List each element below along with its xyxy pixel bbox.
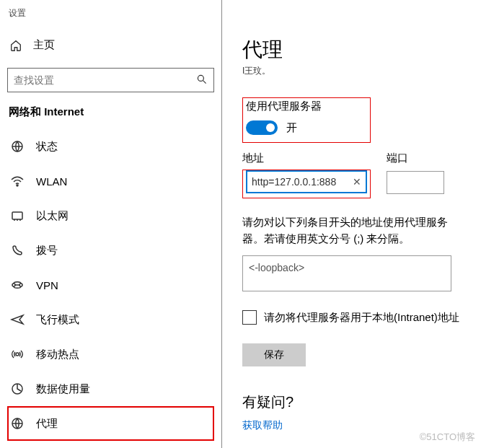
sidebar-item-hotspot[interactable]: 移动热点 [7, 337, 214, 372]
proxy-section-label: 使用代理服务器 [246, 100, 366, 113]
sidebar-item-dialup[interactable]: 拨号 [7, 233, 214, 268]
airplane-icon [10, 312, 25, 327]
proxy-toggle-section: 使用代理服务器 开 [242, 97, 371, 143]
bypass-input[interactable]: <-loopback> [242, 255, 451, 291]
sidebar-item-label: VPN [36, 279, 58, 291]
svg-point-7 [16, 353, 19, 356]
home-icon [9, 39, 23, 52]
home-row[interactable]: 主页 [7, 34, 214, 56]
help-title: 有疑问? [242, 392, 481, 412]
hotspot-icon [10, 347, 25, 361]
sidebar-item-label: 飞行模式 [36, 313, 79, 327]
home-label: 主页 [33, 38, 55, 52]
datausage-icon [10, 382, 25, 396]
address-input[interactable]: http=127.0.0.1:888 ✕ [246, 170, 367, 193]
sidebar-item-label: 拨号 [36, 244, 58, 258]
save-button[interactable]: 保存 [242, 343, 306, 366]
sidebar-item-label: WLAN [36, 175, 67, 188]
status-icon [10, 139, 25, 154]
svg-point-6 [19, 284, 22, 286]
search-icon [196, 74, 208, 87]
page-subtitle: I王玟。 [242, 65, 481, 77]
proxy-toggle[interactable] [246, 120, 278, 135]
vpn-icon [10, 278, 25, 292]
search-input[interactable] [14, 74, 158, 86]
sidebar-item-status[interactable]: 状态 [7, 129, 214, 164]
dialup-icon [10, 243, 25, 258]
bypass-note: 请勿对以下列条目开头的地址使用代理服务器。若请使用英文分号 (;) 来分隔。 [242, 214, 466, 247]
main-content: 代理 I王玟。 使用代理服务器 开 地址 http=127.0.0.1:888 … [222, 0, 481, 448]
port-label: 端口 [387, 151, 444, 165]
wifi-icon [10, 174, 25, 188]
sidebar-item-proxy[interactable]: 代理 [7, 406, 214, 441]
svg-line-1 [203, 80, 206, 83]
svg-point-3 [17, 185, 18, 186]
address-value: http=127.0.0.1:888 [252, 176, 336, 188]
clear-icon[interactable]: ✕ [353, 176, 361, 188]
page-title: 代理 [242, 36, 481, 63]
port-input[interactable] [387, 171, 444, 194]
sidebar-item-label: 以太网 [36, 209, 69, 223]
settings-label: 设置 [9, 7, 214, 19]
proxy-icon [10, 416, 25, 431]
svg-rect-4 [12, 212, 22, 219]
section-header: 网络和 Internet [9, 105, 214, 119]
sidebar-item-datausage[interactable]: 数据使用量 [7, 372, 214, 406]
sidebar-item-label: 移动热点 [36, 348, 79, 361]
search-box[interactable] [7, 68, 214, 92]
address-label: 地址 [242, 151, 371, 165]
sidebar-item-wlan[interactable]: WLAN [7, 164, 214, 198]
address-highlight: http=127.0.0.1:888 ✕ [242, 170, 371, 198]
sidebar: 设置 主页 网络和 Internet 状态 WLAN 以太网 [0, 0, 222, 448]
svg-point-5 [12, 284, 15, 286]
sidebar-item-ethernet[interactable]: 以太网 [7, 198, 214, 233]
sidebar-item-label: 代理 [36, 417, 58, 431]
sidebar-item-label: 状态 [36, 140, 58, 154]
sidebar-item-vpn[interactable]: VPN [7, 268, 214, 302]
toggle-state-text: 开 [286, 121, 297, 135]
intranet-checkbox[interactable] [242, 310, 257, 325]
sidebar-item-label: 数据使用量 [36, 382, 90, 396]
intranet-checkbox-label: 请勿将代理服务器用于本地(Intranet)地址 [264, 311, 459, 325]
sidebar-item-airplane[interactable]: 飞行模式 [7, 302, 214, 337]
watermark: ©51CTO博客 [420, 431, 475, 444]
svg-point-0 [198, 75, 203, 81]
ethernet-icon [10, 208, 25, 223]
bypass-value: <-loopback> [249, 262, 304, 273]
